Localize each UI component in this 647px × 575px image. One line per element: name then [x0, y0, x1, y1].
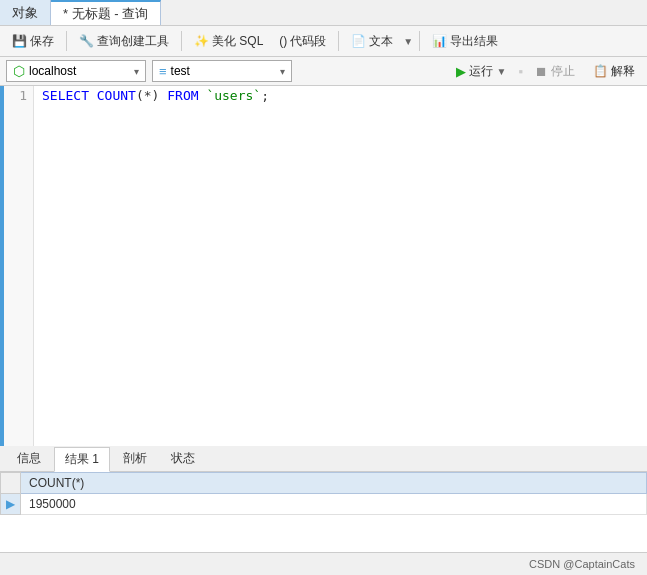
save-icon: 💾 — [12, 34, 27, 48]
sql-table-name: `users` — [206, 88, 261, 103]
save-button[interactable]: 💾 保存 — [6, 31, 60, 52]
footer: CSDN @CaptainCats — [0, 552, 647, 575]
toolbar-separator-1 — [66, 31, 67, 51]
sql-keyword-select: SELECT — [42, 88, 89, 103]
tab-info-label: 信息 — [17, 451, 41, 465]
line-numbers: 1 — [4, 86, 34, 446]
export-label: 导出结果 — [450, 33, 498, 50]
sql-paren-open: ( — [136, 88, 144, 103]
tab-objects[interactable]: 对象 — [0, 0, 51, 25]
sql-keyword-from: FROM — [167, 88, 198, 103]
sql-code-area[interactable]: SELECT COUNT(*) FROM `users`; — [34, 86, 647, 446]
toolbar-separator-4 — [419, 31, 420, 51]
connection-bar: ⬡ localhost ▾ ≡ test ▾ ▶ 运行 ▼ ▪ ⏹ 停止 📋 解… — [0, 57, 647, 86]
host-icon: ⬡ — [13, 63, 25, 79]
beautify-label: 美化 SQL — [212, 33, 263, 50]
code-snippet-icon: () — [279, 34, 287, 48]
query-builder-button[interactable]: 🔧 查询创建工具 — [73, 31, 175, 52]
stop-button[interactable]: ⏹ 停止 — [529, 61, 581, 82]
results-table-container: COUNT(*) ▶ 1950000 — [0, 472, 647, 552]
host-value: localhost — [29, 64, 76, 78]
app-window: 对象 * 无标题 - 查询 💾 保存 🔧 查询创建工具 ✨ 美化 SQL () … — [0, 0, 647, 575]
save-label: 保存 — [30, 33, 54, 50]
title-bar: 对象 * 无标题 - 查询 — [0, 0, 647, 26]
tab-query[interactable]: * 无标题 - 查询 — [51, 0, 161, 25]
database-select[interactable]: ≡ test ▾ — [152, 60, 292, 82]
text-arrow: ▼ — [403, 36, 413, 47]
row-arrow-icon: ▶ — [6, 497, 15, 511]
explain-label: 解释 — [611, 63, 635, 80]
run-icon: ▶ — [456, 64, 466, 79]
tab-results[interactable]: 结果 1 — [54, 447, 110, 472]
separator-dot: ▪ — [518, 64, 523, 79]
results-tabs-bar: 信息 结果 1 剖析 状态 — [0, 446, 647, 472]
database-dropdown-arrow: ▾ — [280, 66, 285, 77]
table-row: ▶ 1950000 — [1, 494, 647, 515]
export-icon: 📊 — [432, 34, 447, 48]
toolbar-separator-2 — [181, 31, 182, 51]
run-dropdown-arrow: ▼ — [496, 66, 506, 77]
stop-label: 停止 — [551, 63, 575, 80]
host-select[interactable]: ⬡ localhost ▾ — [6, 60, 146, 82]
tab-status-label: 状态 — [171, 451, 195, 465]
row-indicator-cell: ▶ — [1, 494, 21, 515]
sql-function-count: COUNT — [97, 88, 136, 103]
host-dropdown-arrow: ▾ — [134, 66, 139, 77]
tab-results-label: 结果 1 — [65, 452, 99, 466]
database-icon: ≡ — [159, 64, 167, 79]
text-label: 文本 — [369, 33, 393, 50]
cell-count-value: 1950000 — [21, 494, 647, 515]
sql-semicolon: ; — [261, 88, 269, 103]
tab-status[interactable]: 状态 — [160, 446, 206, 471]
toolbar: 💾 保存 🔧 查询创建工具 ✨ 美化 SQL () 代码段 📄 文本 ▼ 📊 导… — [0, 26, 647, 57]
results-table: COUNT(*) ▶ 1950000 — [0, 472, 647, 515]
explain-icon: 📋 — [593, 64, 608, 78]
left-accent-bar — [0, 86, 4, 446]
stop-icon: ⏹ — [535, 64, 548, 79]
table-header-row: COUNT(*) — [1, 473, 647, 494]
sql-paren-close: ) — [152, 88, 160, 103]
query-tab-label: * 无标题 - 查询 — [63, 5, 148, 23]
query-builder-label: 查询创建工具 — [97, 33, 169, 50]
beautify-icon: ✨ — [194, 34, 209, 48]
code-snippet-label: 代码段 — [290, 33, 326, 50]
run-label: 运行 — [469, 63, 493, 80]
row-indicator-header — [1, 473, 21, 494]
text-icon: 📄 — [351, 34, 366, 48]
objects-tab-label: 对象 — [12, 4, 38, 22]
column-header-count: COUNT(*) — [21, 473, 647, 494]
database-value: test — [171, 64, 190, 78]
tab-profiling-label: 剖析 — [123, 451, 147, 465]
query-builder-icon: 🔧 — [79, 34, 94, 48]
sql-editor[interactable]: 1 SELECT COUNT(*) FROM `users`; — [0, 86, 647, 446]
line-number-1: 1 — [10, 88, 27, 103]
run-button[interactable]: ▶ 运行 ▼ — [450, 61, 512, 82]
explain-button[interactable]: 📋 解释 — [587, 61, 641, 82]
sql-asterisk: * — [144, 88, 152, 103]
export-button[interactable]: 📊 导出结果 — [426, 31, 504, 52]
beautify-button[interactable]: ✨ 美化 SQL — [188, 31, 269, 52]
tab-info[interactable]: 信息 — [6, 446, 52, 471]
watermark-text: CSDN @CaptainCats — [529, 558, 635, 570]
toolbar-separator-3 — [338, 31, 339, 51]
text-button[interactable]: 📄 文本 — [345, 31, 399, 52]
tab-profiling[interactable]: 剖析 — [112, 446, 158, 471]
code-snippet-button[interactable]: () 代码段 — [273, 31, 332, 52]
